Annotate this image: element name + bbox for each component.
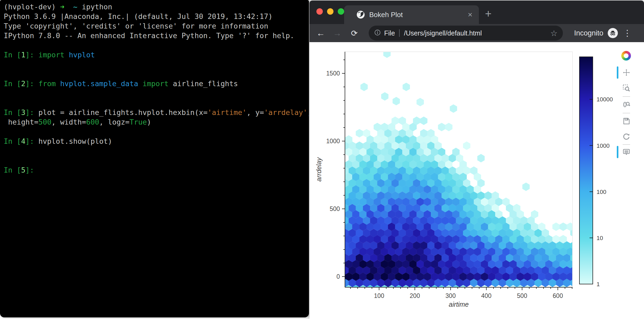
tool-hover-button[interactable]: [620, 146, 633, 158]
svg-text:100: 100: [597, 189, 606, 195]
svg-text:600: 600: [553, 292, 563, 299]
svg-text:1: 1: [597, 281, 600, 288]
x-axis-title: airtime: [449, 301, 469, 308]
browser-toolbar: ← → ⟳ File /Users/jsignell/default.html …: [309, 24, 644, 42]
active-tool-indicator: [617, 66, 618, 79]
address-divider: [399, 29, 400, 37]
pan-icon: [622, 69, 630, 77]
minimize-window-button[interactable]: [327, 8, 333, 15]
terminal-line: [4, 89, 309, 98]
toolbar-separator: [623, 96, 630, 97]
svg-text:10: 10: [597, 235, 603, 241]
tool-wheel-zoom-button[interactable]: [620, 98, 633, 111]
close-window-button[interactable]: [316, 8, 323, 15]
hexbin-cells: [338, 50, 578, 293]
bokeh-logo[interactable]: [621, 51, 631, 61]
terminal-line: [4, 41, 309, 50]
terminal-line: In [1]: import hvplot: [4, 50, 309, 60]
globe-favicon-icon: [356, 10, 365, 19]
svg-text:500: 500: [517, 292, 527, 299]
tool-pan-button[interactable]: [620, 66, 633, 79]
terminal-line: In [4]: hvplot.show(plot): [4, 137, 309, 146]
tab-strip: Bokeh Plot × +: [309, 1, 644, 24]
url-text[interactable]: /Users/jsignell/default.html: [404, 29, 482, 37]
reload-button[interactable]: ⟳: [349, 29, 360, 38]
reset-icon: [622, 133, 630, 141]
terminal-line: [4, 146, 309, 156]
terminal-line: [4, 127, 309, 137]
svg-text:300: 300: [446, 292, 456, 299]
terminal-line: [4, 60, 309, 69]
terminal-line: In [5]:: [4, 165, 309, 175]
site-info-icon[interactable]: [374, 29, 381, 37]
terminal-line: In [3]: plot = airline_flights.hvplot.he…: [4, 108, 309, 117]
hover-icon: [622, 148, 630, 156]
new-tab-button[interactable]: +: [485, 7, 492, 20]
tool-reset-button[interactable]: [620, 130, 633, 143]
bookmark-star-icon[interactable]: ☆: [550, 29, 558, 38]
back-button[interactable]: ←: [315, 28, 326, 38]
svg-text:10000: 10000: [597, 96, 613, 103]
y-axis-title: arrdelay: [315, 157, 323, 182]
tool-box-zoom-button[interactable]: [620, 82, 633, 94]
terminal-line: In [2]: from hvplot.sample_data import a…: [4, 79, 309, 89]
tab-close-icon[interactable]: ×: [468, 10, 472, 19]
terminal-line: height=500, width=600, logz=True): [4, 117, 309, 127]
terminal-line: [4, 156, 309, 165]
tab-bokeh-plot[interactable]: Bokeh Plot ×: [344, 5, 479, 24]
terminal-line: [4, 69, 309, 79]
tab-title: Bokeh Plot: [369, 11, 403, 19]
svg-text:1000: 1000: [597, 142, 610, 149]
terminal-line: [4, 98, 309, 108]
svg-text:0: 0: [336, 273, 340, 280]
file-scheme-label: File: [384, 29, 395, 37]
forward-button[interactable]: →: [332, 28, 343, 38]
terminal-output: (hvplot-dev) ➜ ~ ipythonPython 3.6.9 |An…: [4, 2, 309, 175]
active-tool-indicator: [617, 146, 618, 158]
svg-text:400: 400: [481, 292, 491, 299]
svg-text:100: 100: [374, 292, 384, 299]
svg-text:500: 500: [330, 205, 340, 212]
toolbar-separator: [623, 113, 630, 113]
svg-text:1500: 1500: [326, 70, 340, 77]
browser-menu-icon[interactable]: ⋮: [623, 28, 632, 38]
svg-text:1000: 1000: [326, 138, 340, 145]
terminal-line: Python 3.6.9 |Anaconda, Inc.| (default, …: [4, 12, 309, 21]
hexbin-plot[interactable]: 100200300400500600050010001500airtimearr…: [309, 42, 644, 319]
terminal-line: IPython 7.8.0 -- An enhanced Interactive…: [4, 31, 309, 41]
browser-window: Bokeh Plot × + ← → ⟳ File /Users/jsignel…: [309, 1, 644, 319]
toolbar-separator: [623, 144, 630, 145]
incognito-label: Incognito: [574, 29, 603, 37]
terminal-line: Type 'copyright', 'credits' or 'license'…: [4, 21, 309, 31]
page-content: 100200300400500600050010001500airtimearr…: [309, 42, 644, 319]
tool-save-button[interactable]: [620, 115, 633, 127]
box-zoom-icon: [622, 84, 630, 92]
fullscreen-window-button[interactable]: [338, 8, 344, 15]
svg-text:200: 200: [410, 292, 420, 299]
terminal-window[interactable]: (hvplot-dev) ➜ ~ ipythonPython 3.6.9 |An…: [0, 0, 309, 317]
terminal-line: (hvplot-dev) ➜ ~ ipython: [4, 2, 309, 12]
save-icon: [622, 117, 630, 125]
incognito-badge-icon: [608, 28, 618, 38]
address-bar[interactable]: File /Users/jsignell/default.html ☆: [369, 26, 563, 41]
wheel-zoom-icon: [622, 101, 630, 109]
